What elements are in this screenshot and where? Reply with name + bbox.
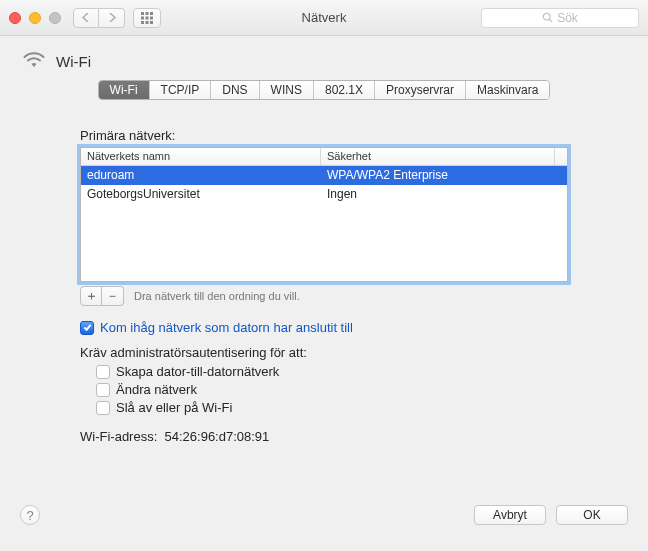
create-adhoc-label: Skapa dator-till-datornätverk [116,364,279,379]
tab-bar: Wi-FiTCP/IPDNSWINS802.1XProxyservrarMask… [0,80,648,100]
forward-button[interactable] [99,8,125,28]
svg-rect-5 [150,16,153,19]
remember-networks-label: Kom ihåg nätverk som datorn har anslutit… [100,320,353,335]
search-input[interactable]: Sök [481,8,639,28]
traffic-lights [9,12,61,24]
back-button[interactable] [73,8,99,28]
column-header-name[interactable]: Nätverkets namn [81,148,321,165]
table-header: Nätverkets namn Säkerhet [81,148,567,166]
admin-auth-label: Kräv administratörsautentisering för att… [80,345,568,360]
network-name: eduroam [81,166,321,185]
svg-point-9 [543,13,550,20]
chevron-right-icon [108,13,116,22]
admin-auth-options: Skapa dator-till-datornätverk Ändra nätv… [96,364,568,415]
svg-rect-7 [146,21,149,24]
search-icon [542,12,553,23]
wifi-panel: Primära nätverk: Nätverkets namn Säkerhe… [0,100,648,444]
minimize-window-button[interactable] [29,12,41,24]
toggle-wifi-checkbox[interactable] [96,401,110,415]
table-row[interactable]: GoteborgsUniversitetIngen [81,185,567,204]
svg-rect-2 [150,12,153,15]
add-network-button[interactable]: ＋ [80,286,102,306]
nav-buttons [73,8,125,28]
ok-button[interactable]: OK [556,505,628,525]
svg-rect-4 [146,16,149,19]
pane-title: Wi-Fi [56,53,91,70]
maximize-window-button [49,12,61,24]
content-area: Wi-Fi Wi-FiTCP/IPDNSWINS802.1XProxyservr… [0,36,648,551]
tab-dns[interactable]: DNS [211,81,259,99]
search-placeholder: Sök [557,11,578,25]
tab-tcpip[interactable]: TCP/IP [150,81,212,99]
table-row[interactable]: eduroamWPA/WPA2 Enterprise [81,166,567,185]
cancel-button[interactable]: Avbryt [474,505,546,525]
table-footer: ＋ － Dra nätverk till den ordning du vill… [80,286,568,306]
change-networks-checkbox[interactable] [96,383,110,397]
column-header-security[interactable]: Säkerhet [321,148,555,165]
pane-header: Wi-Fi [0,36,648,80]
close-window-button[interactable] [9,12,21,24]
titlebar: Nätverk Sök [0,0,648,36]
svg-line-10 [549,19,552,22]
svg-rect-8 [150,21,153,24]
drag-hint-text: Dra nätverk till den ordning du vill. [134,290,300,302]
tab-proxyservrar[interactable]: Proxyservrar [375,81,466,99]
tab-wins[interactable]: WINS [260,81,314,99]
remember-networks-row: Kom ihåg nätverk som datorn har anslutit… [80,320,568,335]
svg-rect-0 [141,12,144,15]
wifi-address-value: 54:26:96:d7:08:91 [165,429,270,444]
dialog-footer: ? Avbryt OK [0,495,648,551]
chevron-left-icon [82,13,90,22]
help-button[interactable]: ? [20,505,40,525]
network-name: GoteborgsUniversitet [81,185,321,204]
tab-wifi[interactable]: Wi-Fi [99,81,150,99]
wifi-icon [22,50,46,72]
show-all-button[interactable] [133,8,161,28]
network-security: Ingen [321,185,567,204]
svg-rect-6 [141,21,144,24]
column-header-spacer [555,148,567,165]
tab-maskinvara[interactable]: Maskinvara [466,81,549,99]
create-adhoc-checkbox[interactable] [96,365,110,379]
remember-networks-checkbox[interactable] [80,321,94,335]
network-security: WPA/WPA2 Enterprise [321,166,567,185]
svg-rect-3 [141,16,144,19]
change-networks-label: Ändra nätverk [116,382,197,397]
checkmark-icon [83,323,92,332]
svg-rect-1 [146,12,149,15]
wifi-address-label: Wi-Fi-adress: [80,429,157,444]
remove-network-button[interactable]: － [102,286,124,306]
grid-icon [141,12,153,24]
wifi-address-row: Wi-Fi-adress: 54:26:96:d7:08:91 [80,429,568,444]
toggle-wifi-label: Slå av eller på Wi-Fi [116,400,232,415]
tab-8021x[interactable]: 802.1X [314,81,375,99]
primary-networks-label: Primära nätverk: [80,128,568,143]
networks-table[interactable]: Nätverkets namn Säkerhet eduroamWPA/WPA2… [80,147,568,282]
